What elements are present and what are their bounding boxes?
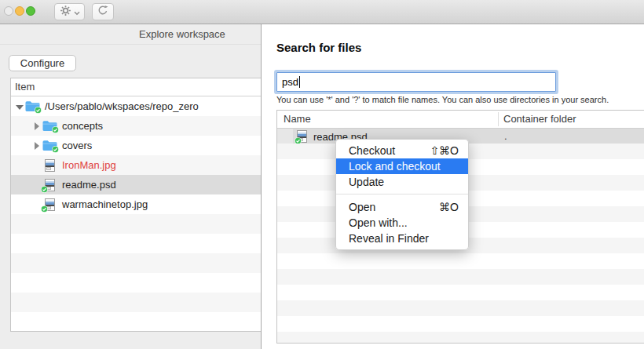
- menu-item-reveal-in-finder[interactable]: Reveal in Finder: [336, 231, 468, 246]
- window-close-button[interactable]: [4, 6, 13, 16]
- menu-item-shortcut: ⌘O: [439, 199, 459, 215]
- tree-indent-spacer: [31, 160, 42, 171]
- disclosure-triangle-icon[interactable]: [31, 121, 42, 132]
- pane-header: Explore workspace: [0, 24, 261, 45]
- check-badge-icon: [52, 126, 59, 133]
- menu-item-label: Open with...: [349, 215, 408, 231]
- image-file-icon: [42, 158, 57, 172]
- window-minimize-button[interactable]: [15, 6, 24, 16]
- menu-item-open-with-[interactable]: Open with...: [336, 215, 468, 231]
- column-header-container-folder[interactable]: Container folder: [503, 111, 576, 128]
- empty-tree-row: [11, 312, 261, 332]
- chevron-down-icon: [74, 5, 80, 19]
- image-file-icon: [42, 198, 57, 211]
- title-bar: [0, 0, 644, 24]
- empty-tree-row: [11, 234, 261, 253]
- gear-menu-button[interactable]: [54, 3, 85, 20]
- search-field-wrap: [276, 72, 556, 92]
- search-hint: You can use '*' and '?' to match file na…: [276, 95, 609, 104]
- text-caret: [299, 76, 300, 88]
- results-table-header: Name Container folder: [277, 111, 644, 129]
- column-divider[interactable]: [498, 112, 499, 126]
- tree-column-header-item[interactable]: Item: [11, 78, 261, 96]
- tree-item-label: readme.psd: [62, 179, 116, 191]
- check-badge-icon: [41, 205, 48, 213]
- tree-item-label: concepts: [62, 120, 103, 132]
- tree-item-label: warmachinetop.jpg: [62, 198, 148, 210]
- menu-item-label: Checkout: [349, 143, 395, 158]
- disclosure-triangle-icon[interactable]: [14, 101, 25, 112]
- tree-item-label: IronMan.jpg: [62, 159, 116, 171]
- image-file-icon: [42, 178, 57, 191]
- folder-icon: [42, 139, 57, 152]
- workspace-pane: Explore workspace Configure Item /Users/…: [0, 24, 261, 349]
- menu-item-label: Update: [349, 174, 384, 190]
- result-container-folder: .: [504, 129, 507, 144]
- menu-item-lock-and-checkout[interactable]: Lock and checkout: [336, 158, 468, 174]
- menu-separator: [336, 194, 468, 194]
- empty-tree-row: [11, 214, 261, 234]
- column-header-name[interactable]: Name: [284, 111, 311, 128]
- tree-item-label: /Users/pablo/wkspaces/repo_zero: [45, 100, 199, 112]
- search-input[interactable]: [276, 72, 556, 92]
- refresh-button[interactable]: [92, 3, 114, 20]
- gear-icon: [60, 5, 71, 20]
- tree-item-label: covers: [62, 140, 92, 151]
- tree-item-covers[interactable]: covers: [11, 136, 261, 155]
- check-badge-icon: [41, 186, 48, 193]
- context-menu: Checkout⇧⌘OLock and checkoutUpdateOpen⌘O…: [335, 139, 469, 250]
- check-badge-icon: [52, 146, 59, 153]
- menu-item-checkout[interactable]: Checkout⇧⌘O: [336, 143, 468, 158]
- tree-item-concepts[interactable]: concepts: [11, 116, 261, 136]
- empty-tree-row: [11, 273, 261, 293]
- image-file-icon: [296, 130, 308, 143]
- window-zoom-button[interactable]: [26, 6, 35, 16]
- menu-item-update[interactable]: Update: [336, 174, 468, 190]
- refresh-icon: [97, 5, 108, 19]
- folder-icon: [25, 100, 40, 113]
- tree-item-warmachinetop-jpg[interactable]: warmachinetop.jpg: [11, 194, 261, 214]
- menu-item-label: Open: [349, 199, 375, 215]
- empty-tree-row: [11, 293, 261, 312]
- page-title: Search for files: [276, 41, 361, 54]
- menu-item-shortcut: ⇧⌘O: [430, 143, 459, 158]
- menu-item-label: Lock and checkout: [349, 158, 441, 174]
- check-badge-icon: [35, 107, 42, 114]
- tree-item-readme-psd[interactable]: readme.psd: [11, 175, 261, 194]
- tree-item-ironman-jpg[interactable]: IronMan.jpg: [11, 155, 261, 175]
- folder-icon: [42, 119, 57, 133]
- menu-item-open[interactable]: Open⌘O: [336, 199, 468, 215]
- pane-header-label: Explore workspace: [139, 28, 225, 40]
- row-disclosure-gutter: [277, 129, 293, 144]
- workspace-tree: Item /Users/pablo/wkspaces/repo_zeroconc…: [10, 78, 261, 332]
- configure-button[interactable]: Configure: [9, 55, 76, 71]
- disclosure-triangle-icon[interactable]: [31, 140, 42, 151]
- empty-tree-row: [11, 253, 261, 273]
- app-window: Explore workspace Configure Item /Users/…: [0, 0, 644, 349]
- tree-rows: /Users/pablo/wkspaces/repo_zeroconceptsc…: [11, 96, 261, 332]
- tree-item--users-pablo-wkspaces-repo-zero[interactable]: /Users/pablo/wkspaces/repo_zero: [11, 96, 261, 116]
- menu-item-label: Reveal in Finder: [349, 231, 429, 246]
